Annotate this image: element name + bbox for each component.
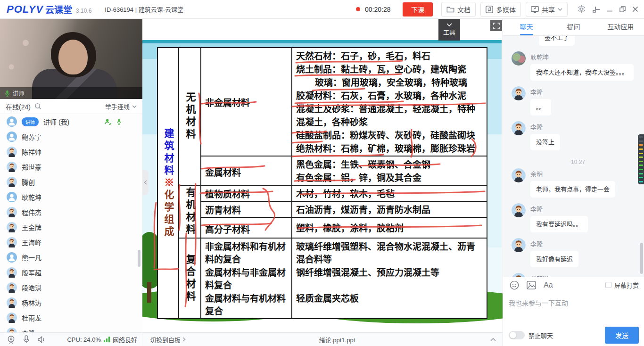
chat-message: 李隆。。 xyxy=(512,86,644,115)
emoji-icon[interactable] xyxy=(510,280,519,290)
multimedia-label: 多媒体 xyxy=(496,5,516,14)
subcategory-cell: 高分子材料 xyxy=(201,217,292,238)
search-icon[interactable] xyxy=(34,103,41,110)
chat-message-list[interactable]: 签不上了 耿乾坤我昨天还不知道，我昨天没签。。。 李隆。。 李隆没签上 10:2… xyxy=(503,36,644,277)
avatar xyxy=(7,177,17,187)
image-upload-icon[interactable] xyxy=(527,281,536,289)
mic-icon[interactable] xyxy=(23,335,30,344)
block-reward-checkbox[interactable] xyxy=(605,282,611,288)
raise-hand-dropdown[interactable]: 举手连线 xyxy=(105,102,137,111)
member-row[interactable]: 杨林涛 xyxy=(0,295,142,310)
chat-input-area xyxy=(503,293,644,324)
avatar xyxy=(512,51,526,66)
chevron-down-icon xyxy=(446,23,452,26)
member-row-teacher[interactable]: 讲师 讲师 (我) xyxy=(0,114,142,129)
category-organic-cell: 有机材料 xyxy=(179,185,201,238)
avatar xyxy=(7,267,17,278)
chat-message: 李隆我好像有延迟 xyxy=(512,238,644,267)
chat-message: 余明老师，我有点事，得走一会 xyxy=(512,168,644,198)
video-role-strip: 讲师 xyxy=(0,87,142,99)
fullscreen-button[interactable] xyxy=(490,20,502,31)
member-row[interactable]: 王海峰 xyxy=(0,235,142,250)
avatar xyxy=(7,162,17,172)
member-row[interactable]: 程伟杰 xyxy=(0,205,142,220)
share-button[interactable]: 共享 xyxy=(526,2,568,17)
member-row[interactable]: 耿乾坤 xyxy=(0,189,142,205)
tools-button[interactable]: 工具 xyxy=(438,19,460,41)
chat-message: 刘明洋都有延迟 xyxy=(512,273,644,277)
avatar xyxy=(512,273,526,277)
network-signal-icon xyxy=(104,337,110,342)
member-list-scrollbar[interactable] xyxy=(138,250,140,267)
detail-cell: 玻璃纤维增强塑料、混合物水泥混凝土、沥青混合料等 钢纤维增强混凝土、预应力混凝土… xyxy=(292,238,487,319)
chevron-up-icon[interactable] xyxy=(490,338,496,341)
avatar xyxy=(7,192,17,202)
font-style-icon[interactable]: Aa xyxy=(544,281,553,289)
chat-toolbar: Aa 屏蔽打赏 xyxy=(503,277,644,293)
chat-input[interactable] xyxy=(503,293,644,324)
settings-gear-icon[interactable] xyxy=(577,5,586,14)
member-row[interactable]: 李隆 xyxy=(0,325,142,332)
current-file-name[interactable]: 绪论.ppt1.ppt xyxy=(264,335,410,344)
avatar xyxy=(7,297,17,308)
mute-chat-label: 禁止聊天 xyxy=(528,331,553,340)
app-version: 3.10.6 xyxy=(76,8,91,14)
mute-chat-toggle[interactable] xyxy=(509,331,525,339)
block-reward-option[interactable]: 屏蔽打赏 xyxy=(605,280,639,289)
speaker-icon[interactable] xyxy=(37,336,46,344)
member-row[interactable]: 陈祥帅 xyxy=(0,144,142,159)
chat-message: 李隆没签上 xyxy=(512,121,644,150)
webcam-icon[interactable] xyxy=(7,335,16,344)
end-class-button[interactable]: 下课 xyxy=(403,2,433,16)
audio-level-meter xyxy=(638,134,644,184)
video-role-label: 讲师 xyxy=(13,89,24,97)
online-count-label: 在线(24) xyxy=(6,102,31,111)
member-row[interactable]: 段皓淇 xyxy=(0,280,142,295)
minimize-icon[interactable] xyxy=(607,6,613,12)
detail-cell: 天然石材：石子，砂，毛石，料石 烧土制品：黏土砖，瓦，空心砖，建筑陶瓷 玻璃：窗… xyxy=(292,48,487,156)
category-inorganic-cell: 无机材料 xyxy=(179,48,201,185)
teacher-video-feed[interactable]: 讲师 xyxy=(0,19,142,99)
member-row[interactable]: 王金牌 xyxy=(0,220,142,235)
avatar xyxy=(7,147,17,157)
member-list[interactable]: 讲师 讲师 (我) 鲍苏宁 陈祥帅 郑世豪 腾创 耿乾坤 程伟杰 王金牌 王海峰… xyxy=(0,114,142,332)
member-row[interactable]: 熊一凡 xyxy=(0,250,142,265)
share-label: 共享 xyxy=(542,5,555,14)
avatar xyxy=(7,328,17,332)
slide-canvas[interactable]: 建筑材料※化学组成 无机材料 非金属材料 天然石材：石子，砂，毛石，料石 烧土制… xyxy=(142,40,502,311)
member-row[interactable]: 鲍苏宁 xyxy=(0,129,142,144)
documents-button[interactable]: 文档 xyxy=(441,2,476,17)
recording-dot-icon xyxy=(356,7,360,11)
class-timer: 00:20:28 xyxy=(365,6,394,13)
collapse-left-handle[interactable] xyxy=(142,170,149,195)
close-icon[interactable] xyxy=(632,6,638,12)
online-header: 在线(24) 举手连线 xyxy=(0,99,142,114)
detail-cell: 木材，竹材，软木，毛毡 xyxy=(292,185,487,201)
multimedia-button[interactable]: 多媒体 xyxy=(480,2,521,17)
hand-up-permission-icon[interactable] xyxy=(105,118,112,125)
member-row[interactable]: 杜雨龙 xyxy=(0,310,142,325)
tab-questions[interactable]: 提问 xyxy=(550,19,597,35)
raise-hand-label: 举手连线 xyxy=(105,102,130,111)
dock-layout-icon[interactable] xyxy=(593,6,600,13)
tab-chat[interactable]: 聊天 xyxy=(503,19,550,35)
detail-cell: 黑色金属：生铁、碳素钢、合金钢 有色金属：铝，锌，铜及其合金 xyxy=(292,156,487,185)
avatar xyxy=(7,252,17,263)
send-button[interactable]: 发送 xyxy=(605,327,639,344)
tools-label: 工具 xyxy=(443,27,455,36)
mic-on-icon[interactable] xyxy=(116,118,122,125)
member-row[interactable]: 郑世豪 xyxy=(0,159,142,174)
subcategory-cell: 非金属材料和有机材料的复合 金属材料与非金属材料复合 金属材料与有机材料复合 xyxy=(201,238,292,319)
avatar xyxy=(512,121,526,135)
left-panel: 讲师 在线(24) 举手连线 讲师 讲师 (我) 鲍苏宁 陈祥帅 郑世豪 腾创 … xyxy=(0,19,142,332)
avatar xyxy=(512,238,526,252)
member-row[interactable]: 殷军超 xyxy=(0,265,142,280)
switch-to-whiteboard-button[interactable]: 切换到白板 xyxy=(150,335,186,344)
member-row[interactable]: 腾创 xyxy=(0,174,142,189)
cpu-usage: CPU: 24.0% xyxy=(67,336,101,343)
chat-scrollbar[interactable] xyxy=(640,243,643,274)
tab-interactive-apps[interactable]: 互动应用 xyxy=(597,19,644,35)
restore-window-icon[interactable] xyxy=(619,6,626,12)
av-status-controls: CPU: 24.0% 网络良好 xyxy=(0,333,142,346)
avatar xyxy=(7,207,17,217)
